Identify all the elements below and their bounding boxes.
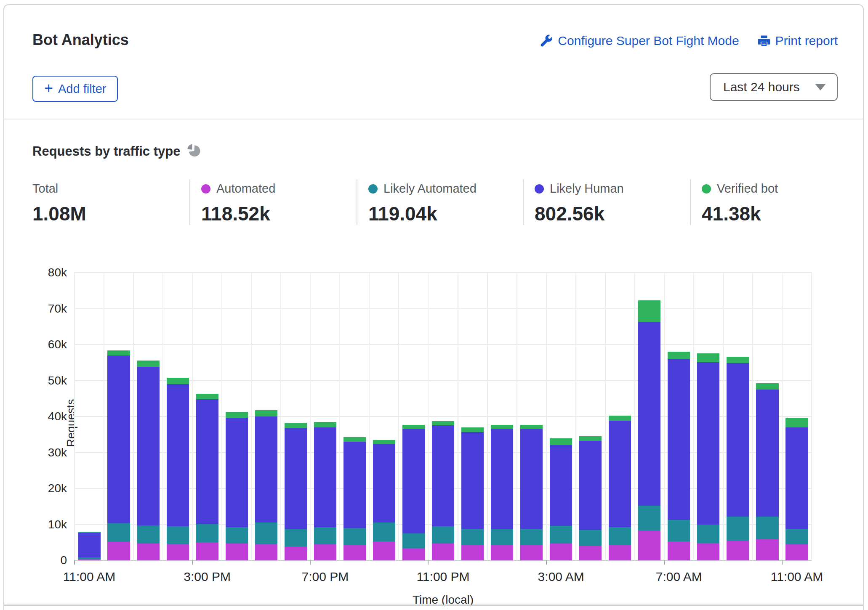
bar-5[interactable] (226, 412, 248, 560)
stat-total: Total 1.08M (32, 179, 189, 225)
stat-likely-human-value: 802.56k (535, 202, 690, 225)
bar-0-seg-likely-automated (78, 557, 100, 559)
h-gridline-70k (75, 308, 812, 309)
stat-total-value: 1.08M (32, 202, 189, 225)
bar-0[interactable] (78, 532, 100, 560)
bar-23-seg-automated (756, 539, 778, 560)
bar-9-seg-likely-automated (343, 528, 366, 545)
bar-6[interactable] (255, 410, 277, 560)
configure-super-bot-fight-mode-link[interactable]: Configure Super Bot Fight Mode (540, 34, 739, 48)
bar-19[interactable] (638, 300, 660, 560)
bar-16-seg-verified-bot (550, 438, 572, 445)
bar-11[interactable] (402, 425, 425, 560)
header-divider (4, 119, 863, 119)
bar-2-seg-automated (137, 544, 159, 560)
plus-icon: + (44, 81, 53, 96)
bar-18-seg-likely-automated (609, 527, 631, 545)
page-title: Bot Analytics (32, 31, 129, 49)
bar-11-seg-likely-automated (402, 533, 425, 548)
v-gridline-8 (310, 273, 311, 560)
bar-6-seg-verified-bot (255, 410, 277, 416)
bar-9[interactable] (343, 437, 366, 560)
bar-21[interactable] (697, 353, 719, 560)
bot-analytics-card: Bot Analytics Configure Super Bot Fight … (3, 4, 864, 610)
bar-5-seg-likely-automated (226, 527, 248, 543)
bar-14-seg-likely-automated (491, 529, 513, 545)
bar-13-seg-verified-bot (461, 427, 484, 432)
bar-24-seg-verified-bot (785, 418, 808, 427)
likely-human-legend-dot (535, 184, 544, 194)
bar-16[interactable] (550, 438, 572, 560)
bar-23[interactable] (756, 383, 778, 560)
bar-14[interactable] (491, 425, 513, 560)
bar-24-seg-likely-automated (785, 529, 808, 544)
v-gridline-24 (782, 273, 783, 560)
bar-10-seg-verified-bot (373, 440, 395, 444)
bar-14-seg-likely-human (491, 429, 513, 529)
bar-20-seg-automated (668, 541, 690, 560)
bar-3[interactable] (167, 378, 189, 560)
add-filter-button[interactable]: + Add filter (32, 76, 118, 102)
v-gridline-9 (339, 273, 340, 560)
stat-automated-value: 118.52k (201, 202, 357, 225)
bar-22[interactable] (727, 357, 749, 560)
automated-legend-dot (201, 184, 210, 194)
bar-3-seg-verified-bot (167, 378, 189, 384)
bar-7-seg-verified-bot (285, 423, 307, 428)
bar-18[interactable] (609, 416, 631, 560)
v-gridline-22 (723, 273, 724, 560)
verified-bot-legend-dot (702, 184, 711, 194)
bar-16-seg-automated (550, 544, 572, 560)
bar-15-seg-verified-bot (520, 425, 543, 429)
bar-8[interactable] (314, 422, 336, 560)
v-gridline-21 (693, 273, 694, 560)
bar-15[interactable] (520, 425, 543, 560)
v-gridline-6 (251, 273, 252, 560)
x-tick-0 (74, 560, 75, 565)
bar-24[interactable] (785, 418, 808, 560)
bar-2[interactable] (137, 361, 159, 560)
section-title-row: Requests by traffic type (32, 144, 200, 159)
time-range-select[interactable]: Last 24 hours (710, 73, 838, 101)
x-tick-label-4: 3:00 AM (538, 570, 584, 584)
bar-4[interactable] (196, 394, 218, 560)
v-gridline-11 (398, 273, 399, 560)
v-gridline-15 (517, 273, 517, 560)
bar-19-seg-likely-automated (638, 506, 660, 530)
bar-2-seg-verified-bot (137, 361, 159, 367)
bar-1[interactable] (107, 350, 130, 560)
bar-5-seg-automated (226, 544, 248, 560)
y-tick-label-20k: 20k (33, 482, 67, 495)
bar-10-seg-automated (373, 541, 395, 560)
bar-10-seg-likely-human (373, 444, 395, 522)
bar-12-seg-automated (432, 544, 454, 560)
y-tick-label-50k: 50k (33, 374, 67, 387)
bar-9-seg-verified-bot (343, 437, 366, 442)
bar-20[interactable] (668, 352, 690, 560)
bar-4-seg-verified-bot (196, 394, 218, 399)
bar-4-seg-likely-human (196, 399, 218, 524)
v-gridline-12 (428, 273, 429, 560)
bar-18-seg-likely-human (609, 421, 631, 527)
bar-17-seg-likely-human (579, 441, 602, 530)
x-tick-2 (310, 560, 311, 565)
bar-10[interactable] (373, 440, 395, 560)
bar-24-seg-likely-human (785, 427, 808, 529)
stat-likely-human-label: Likely Human (550, 182, 624, 196)
bar-13[interactable] (461, 427, 484, 560)
bar-21-seg-automated (697, 543, 719, 560)
stat-likely-automated-value: 119.04k (368, 202, 523, 225)
caret-down-icon (815, 84, 826, 90)
bar-22-seg-verified-bot (727, 357, 749, 363)
bar-7[interactable] (285, 423, 307, 560)
stat-automated-label: Automated (216, 182, 275, 196)
bar-6-seg-automated (255, 544, 277, 560)
bar-18-seg-verified-bot (609, 416, 631, 421)
section-bottom-divider (4, 605, 863, 606)
print-report-link[interactable]: Print report (758, 34, 838, 48)
bar-17[interactable] (579, 436, 602, 560)
time-range-value: Last 24 hours (723, 80, 800, 94)
bar-20-seg-likely-automated (668, 520, 690, 541)
bar-12[interactable] (432, 421, 454, 560)
h-gridline-60k (75, 344, 812, 345)
